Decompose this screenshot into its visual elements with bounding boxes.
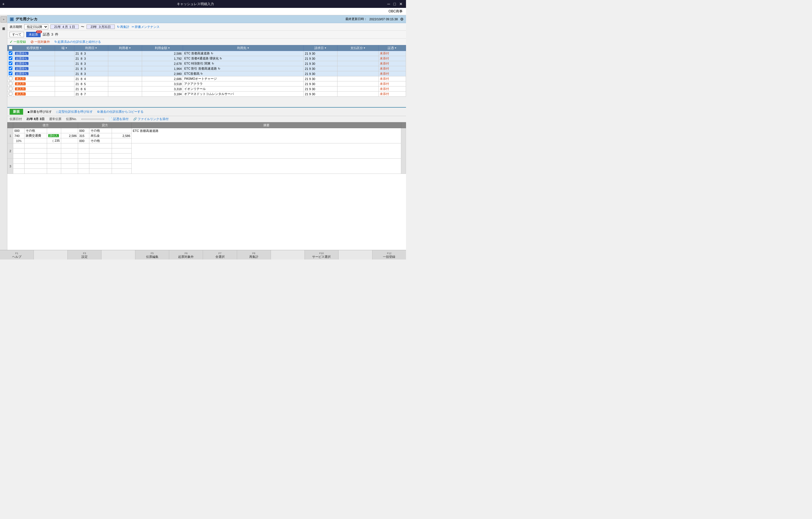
maximize-button[interactable]: □: [393, 2, 397, 6]
date-from-input[interactable]: [51, 25, 79, 29]
row-checkbox[interactable]: [9, 66, 12, 70]
r2-debit3[interactable]: [47, 144, 61, 149]
template-button[interactable]: □ 定型仕訳伝票を呼び出す: [56, 110, 93, 114]
row-place[interactable]: アクアクララ: [183, 82, 303, 87]
row-checkbox[interactable]: [9, 82, 12, 85]
row-checkbox-cell[interactable]: [8, 87, 14, 92]
date-to-input[interactable]: [87, 25, 115, 29]
place-sort-icon[interactable]: ▼: [247, 47, 249, 49]
fkey-f8[interactable]: F8再集計: [237, 250, 271, 260]
row-place[interactable]: ETC 特別割引 関東 ↻: [183, 61, 303, 66]
new-journal-button[interactable]: 新規: [9, 109, 23, 115]
billdate-sort-icon[interactable]: ▼: [324, 47, 326, 49]
paytype-sort-icon[interactable]: ▼: [364, 47, 366, 49]
row-place[interactable]: イオンリテール: [183, 87, 303, 92]
fkey-f5[interactable]: F5伝票編集: [135, 250, 169, 260]
fkey-f3[interactable]: F3設定: [68, 250, 102, 260]
row-checkbox-cell[interactable]: [8, 51, 14, 56]
debit3-name[interactable]: [25, 138, 47, 144]
unissued-filter-button[interactable]: 未起票 416: [26, 32, 40, 37]
date-sort-icon[interactable]: ▼: [95, 47, 97, 49]
row-checkbox-cell[interactable]: [8, 56, 14, 61]
row-place[interactable]: ETC 首都高速道路 ↻: [183, 51, 303, 56]
row-checkbox[interactable]: [9, 77, 12, 80]
add-icon[interactable]: +: [2, 2, 4, 6]
refresh-icon: ↻: [218, 67, 220, 70]
fkey-f1[interactable]: F1ヘルプ: [0, 250, 34, 260]
row-place[interactable]: オアマヱドットコムレンタルサーバ: [183, 92, 303, 97]
r2-debit4[interactable]: [61, 144, 78, 149]
debit1-code[interactable]: 000: [13, 128, 25, 133]
row-checkbox-cell[interactable]: [8, 92, 14, 97]
row-place[interactable]: ETC 割引 首都高速道路 ↻: [183, 66, 303, 71]
row-checkbox-cell[interactable]: [8, 71, 14, 77]
debit1-tax[interactable]: [47, 128, 61, 133]
summary1[interactable]: ETC 首都高速道路: [132, 128, 401, 144]
credit1-name[interactable]: その他: [89, 128, 112, 133]
fkey-f7[interactable]: F7全選択: [203, 250, 237, 260]
link-posted-button[interactable]: ↻ 起票済みの仕訳伝票と紐付ける: [54, 40, 101, 44]
copy-past-button[interactable]: ⧉ 過去の仕訳伝票からコピーする: [97, 110, 144, 114]
tan-sort-icon[interactable]: ▼: [65, 47, 67, 49]
row-checkbox-cell[interactable]: [8, 66, 14, 71]
r2-summary[interactable]: [132, 144, 401, 159]
credit1-amount[interactable]: [112, 128, 132, 133]
period-select[interactable]: 指定日以降: [24, 24, 48, 29]
debit2-amount[interactable]: 2,586: [61, 133, 78, 138]
voucher-no-input[interactable]: [82, 119, 104, 120]
r2-debit1[interactable]: [13, 144, 25, 149]
credit3-name[interactable]: その他: [89, 138, 112, 144]
row-checkbox-cell[interactable]: [8, 61, 14, 66]
row-place[interactable]: ETC 首都4通道路 環状化 ↻: [183, 56, 303, 61]
row-place[interactable]: PASMOオートチャージ: [183, 77, 303, 82]
all-filter-button[interactable]: すべて: [9, 32, 24, 37]
voucher-sort-icon[interactable]: ▼: [395, 47, 397, 49]
debit2-tax[interactable]: 課仕入: [47, 133, 61, 138]
credit2-code[interactable]: 315: [78, 133, 89, 138]
row-checkbox[interactable]: [9, 71, 12, 75]
dict-button[interactable]: ■ 辞書を呼び出す: [28, 110, 52, 114]
row-billdate: 21 9 30: [303, 87, 338, 92]
row-checkbox[interactable]: [9, 51, 12, 55]
close-button[interactable]: ✕: [398, 2, 404, 6]
r2-debit2[interactable]: [25, 144, 47, 149]
r2-credit2[interactable]: [89, 144, 112, 149]
bulk-register-button[interactable]: ✓ 一括登録: [9, 39, 26, 44]
row-checkbox[interactable]: [9, 92, 12, 95]
user-sort-icon[interactable]: ▼: [129, 47, 131, 49]
status-sort-icon[interactable]: ▼: [39, 47, 42, 49]
r2-credit1[interactable]: [78, 144, 89, 149]
r3-summary[interactable]: [132, 159, 401, 174]
recalc-button[interactable]: ↻ 再集計: [117, 25, 129, 29]
credit1-code[interactable]: 000: [78, 128, 89, 133]
credit2-name[interactable]: 未払金: [89, 133, 112, 138]
attach-file-link-button[interactable]: 🔗 ファイルリンクを添付: [133, 117, 169, 121]
row-checkbox[interactable]: [9, 61, 12, 65]
amount-sort-icon[interactable]: ▼: [168, 47, 170, 49]
debit3-tax-rate[interactable]: 10%: [13, 138, 25, 144]
minimize-button[interactable]: ─: [386, 2, 392, 6]
attach-voucher-button[interactable]: 📄 証憑を添付: [109, 117, 128, 121]
fkey-f10[interactable]: F10サービス選択: [305, 250, 339, 260]
debit3-amount[interactable]: （ 235: [47, 138, 61, 144]
debit2-code[interactable]: 740: [13, 133, 25, 138]
row-checkbox[interactable]: [9, 87, 12, 90]
row-place[interactable]: ETC首都高 ↻: [183, 71, 303, 77]
r2-credit3[interactable]: [112, 144, 132, 149]
debit2-name[interactable]: 旅費交通費: [25, 133, 47, 138]
dict-maint-button[interactable]: ✂ 辞書メンテナンス: [132, 25, 160, 29]
credit3-amount[interactable]: [112, 138, 132, 144]
fkey-f12[interactable]: F12一括登録: [373, 250, 406, 260]
row-checkbox-cell[interactable]: [8, 77, 14, 82]
credit2-amount[interactable]: 2,586: [112, 133, 132, 138]
bulk-exclude-button[interactable]: ⊘ 一括対象外: [30, 39, 50, 44]
fkey-f6[interactable]: F6起票対象外: [169, 250, 203, 260]
row-checkbox[interactable]: [9, 56, 12, 60]
settings-button[interactable]: ⚙: [400, 17, 404, 22]
row-checkbox-cell[interactable]: [8, 82, 14, 87]
debit1-amount[interactable]: [61, 128, 78, 133]
credit3-code[interactable]: 000: [78, 138, 89, 144]
debit1-name[interactable]: その他: [25, 128, 47, 133]
sidebar-toggle-button[interactable]: ＞: [1, 16, 7, 23]
select-all-checkbox[interactable]: [9, 46, 12, 50]
